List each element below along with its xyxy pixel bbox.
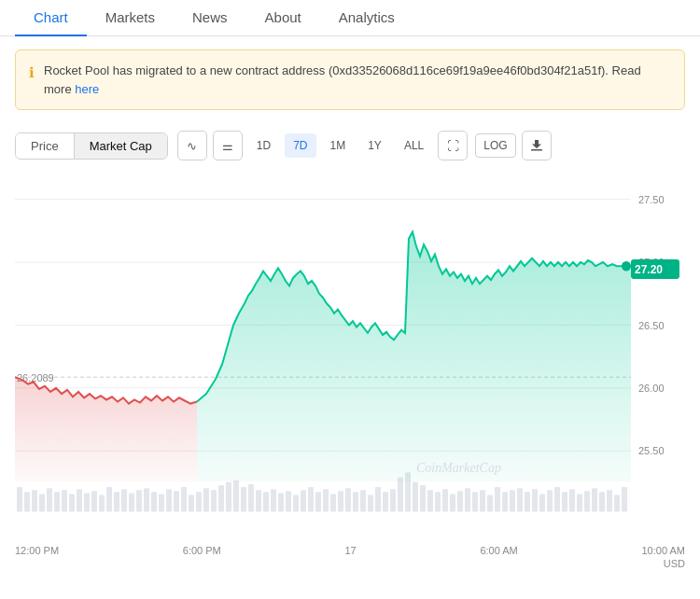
notice-link[interactable]: here (75, 82, 99, 96)
svg-rect-34 (159, 494, 164, 511)
svg-rect-41 (211, 490, 217, 511)
usd-label: USD (0, 558, 700, 569)
svg-rect-78 (487, 495, 493, 512)
svg-rect-69 (420, 485, 426, 511)
svg-rect-31 (136, 490, 142, 511)
price-marketcap-toggle: Price Market Cap (15, 132, 168, 160)
x-label-1: 12:00 PM (15, 545, 59, 556)
marketcap-button[interactable]: Market Cap (75, 133, 167, 159)
svg-rect-84 (532, 489, 538, 511)
tab-markets[interactable]: Markets (87, 0, 174, 36)
svg-rect-62 (368, 495, 373, 512)
notice-text: Rocket Pool has migrated to a new contra… (44, 62, 671, 98)
svg-rect-44 (233, 481, 239, 512)
svg-rect-25 (91, 491, 97, 511)
svg-rect-20 (54, 492, 60, 511)
tab-chart[interactable]: Chart (15, 0, 87, 36)
svg-rect-23 (77, 489, 82, 511)
fullscreen-button[interactable]: ⛶ (438, 131, 468, 160)
line-chart-button[interactable]: ∿ (177, 131, 207, 160)
svg-rect-21 (62, 490, 67, 511)
svg-rect-81 (510, 490, 515, 511)
tab-bar: Chart Markets News About Analytics (0, 0, 700, 36)
svg-rect-64 (383, 492, 388, 511)
svg-rect-18 (39, 494, 45, 511)
tab-about[interactable]: About (246, 0, 320, 36)
svg-rect-38 (189, 495, 194, 512)
log-button[interactable]: LOG (475, 133, 515, 158)
1y-button[interactable]: 1Y (359, 133, 390, 158)
price-chart: 27.50 27.00 26.50 26.00 25.50 26.2089 (15, 168, 685, 541)
chart-svg: 27.50 27.00 26.50 26.00 25.50 26.2089 (15, 168, 685, 541)
x-axis: 12:00 PM 6:00 PM 17 6:00 AM 10:00 AM (0, 541, 700, 556)
svg-rect-56 (323, 489, 329, 511)
svg-rect-96 (622, 487, 627, 511)
svg-rect-80 (502, 492, 508, 511)
tab-analytics[interactable]: Analytics (320, 0, 413, 36)
svg-rect-52 (293, 495, 299, 512)
svg-rect-37 (181, 487, 187, 511)
svg-rect-22 (69, 494, 75, 511)
candle-chart-button[interactable]: ⚌ (213, 131, 243, 160)
svg-rect-83 (525, 492, 530, 511)
svg-rect-90 (577, 494, 582, 511)
svg-rect-16 (24, 492, 30, 511)
svg-rect-68 (413, 482, 418, 512)
price-button[interactable]: Price (16, 133, 74, 159)
notice-banner: ℹ Rocket Pool has migrated to a new cont… (15, 49, 685, 110)
svg-rect-76 (472, 492, 478, 511)
svg-rect-36 (174, 491, 179, 511)
svg-rect-75 (465, 488, 470, 511)
svg-rect-67 (405, 472, 411, 511)
svg-rect-57 (330, 494, 336, 511)
svg-rect-92 (592, 488, 597, 511)
svg-rect-40 (203, 488, 209, 511)
svg-rect-39 (196, 492, 202, 511)
tab-news[interactable]: News (174, 0, 246, 36)
svg-rect-35 (166, 489, 172, 511)
svg-text:CoinMarketCap: CoinMarketCap (416, 460, 501, 475)
x-label-2: 6:00 PM (183, 545, 221, 556)
svg-rect-95 (614, 495, 620, 512)
svg-rect-82 (517, 488, 523, 511)
svg-rect-24 (84, 493, 90, 511)
svg-rect-87 (554, 487, 560, 511)
svg-rect-58 (338, 491, 343, 511)
svg-rect-47 (256, 490, 261, 511)
svg-point-14 (622, 261, 631, 272)
svg-rect-29 (121, 489, 127, 511)
svg-rect-19 (47, 488, 52, 511)
svg-rect-27 (106, 487, 112, 511)
svg-rect-55 (315, 492, 321, 511)
svg-text:27.20: 27.20 (635, 262, 663, 275)
svg-rect-85 (539, 494, 545, 511)
svg-rect-28 (114, 492, 119, 511)
svg-rect-33 (151, 492, 157, 511)
svg-rect-17 (32, 490, 37, 511)
x-label-5: 10:00 AM (641, 545, 684, 556)
svg-rect-50 (278, 493, 284, 511)
download-button[interactable] (522, 131, 552, 160)
svg-rect-71 (435, 492, 441, 511)
svg-rect-61 (360, 490, 366, 511)
svg-rect-66 (398, 478, 403, 512)
x-label-3: 17 (344, 545, 356, 556)
svg-rect-48 (263, 492, 269, 511)
svg-rect-26 (99, 495, 105, 512)
svg-rect-63 (375, 487, 381, 511)
all-button[interactable]: ALL (396, 133, 432, 158)
1m-button[interactable]: 1M (322, 133, 355, 158)
svg-rect-46 (248, 484, 254, 511)
svg-rect-43 (226, 482, 231, 512)
svg-rect-89 (569, 489, 575, 511)
svg-rect-79 (495, 487, 500, 511)
svg-rect-74 (457, 491, 463, 511)
1d-button[interactable]: 1D (248, 133, 279, 158)
svg-rect-32 (144, 488, 149, 511)
svg-text:27.50: 27.50 (638, 194, 665, 205)
info-icon: ℹ (29, 63, 35, 84)
svg-rect-77 (480, 490, 485, 511)
7d-button[interactable]: 7D (285, 133, 315, 158)
svg-rect-49 (271, 489, 276, 511)
svg-text:26.50: 26.50 (638, 319, 665, 330)
